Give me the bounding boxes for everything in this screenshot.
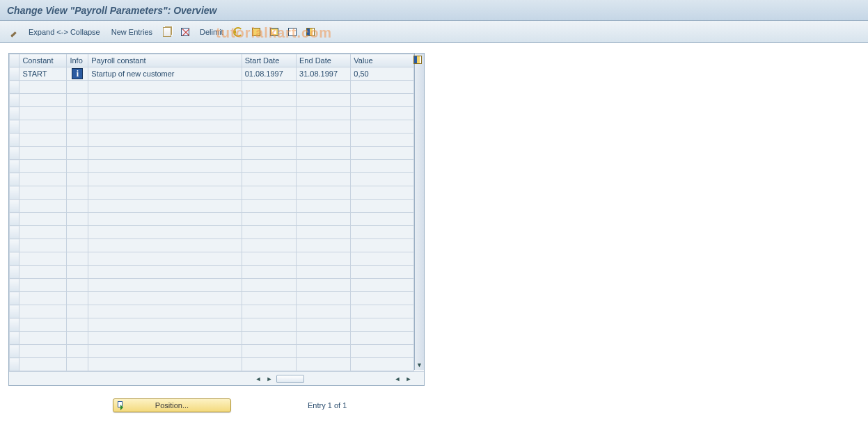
cell-start-date[interactable] <box>242 200 296 213</box>
cell-end-date[interactable] <box>297 173 351 186</box>
expand-collapse-button[interactable]: Expand <-> Collapse <box>24 24 105 40</box>
cell-info[interactable] <box>67 81 88 94</box>
cell-start-date[interactable] <box>242 305 296 318</box>
cell-value[interactable] <box>351 358 414 371</box>
row-selector[interactable] <box>10 358 19 371</box>
cell-end-date[interactable] <box>297 134 351 147</box>
cell-start-date[interactable] <box>242 239 296 252</box>
col-header-end-date[interactable]: End Date <box>297 54 351 67</box>
cell-constant[interactable] <box>19 134 67 147</box>
row-selector[interactable] <box>10 239 19 252</box>
cell-info[interactable] <box>67 94 88 107</box>
cell-start-date[interactable] <box>242 266 296 279</box>
cell-start-date[interactable]: 01.08.1997 <box>242 67 296 81</box>
cell-value[interactable] <box>351 279 414 292</box>
cell-payroll-constant[interactable] <box>88 252 242 266</box>
cell-constant[interactable] <box>19 279 67 292</box>
cell-payroll-constant[interactable]: Startup of new customer <box>88 67 242 81</box>
row-selector[interactable] <box>10 134 19 147</box>
cell-start-date[interactable] <box>242 252 296 266</box>
cell-end-date[interactable] <box>297 186 351 200</box>
cell-value[interactable] <box>351 213 414 226</box>
cell-start-date[interactable] <box>242 173 296 186</box>
cell-payroll-constant[interactable] <box>88 318 242 332</box>
cell-info[interactable] <box>67 186 88 200</box>
row-selector[interactable] <box>10 67 19 81</box>
cell-payroll-constant[interactable] <box>88 305 242 318</box>
cell-end-date[interactable] <box>297 160 351 173</box>
cell-value[interactable] <box>351 292 414 305</box>
cell-end-date[interactable] <box>297 120 351 134</box>
deselect-all-icon[interactable] <box>284 24 301 40</box>
table-settings-icon[interactable] <box>412 54 423 65</box>
cell-info[interactable] <box>67 120 88 134</box>
cell-end-date[interactable] <box>297 226 351 239</box>
cell-constant[interactable] <box>19 94 67 107</box>
cell-value[interactable] <box>351 186 414 200</box>
row-selector[interactable] <box>10 107 19 120</box>
cell-value[interactable] <box>351 200 414 213</box>
cell-end-date[interactable] <box>297 200 351 213</box>
hscroll-left-icon-2[interactable]: ◄ <box>392 373 403 385</box>
row-selector[interactable] <box>10 186 19 200</box>
cell-constant[interactable] <box>19 358 67 371</box>
cell-constant[interactable]: START <box>19 67 67 81</box>
cell-start-date[interactable] <box>242 107 296 120</box>
cell-constant[interactable] <box>19 226 67 239</box>
cell-start-date[interactable] <box>242 318 296 332</box>
cell-end-date[interactable] <box>297 147 351 160</box>
cell-info[interactable] <box>67 292 88 305</box>
cell-start-date[interactable] <box>242 147 296 160</box>
cell-start-date[interactable] <box>242 186 296 200</box>
cell-end-date[interactable] <box>297 213 351 226</box>
delimit-button[interactable]: Delimit <box>195 24 228 40</box>
cell-start-date[interactable] <box>242 226 296 239</box>
cell-end-date[interactable] <box>297 94 351 107</box>
cell-end-date[interactable] <box>297 292 351 305</box>
cell-constant[interactable] <box>19 239 67 252</box>
cell-start-date[interactable] <box>242 213 296 226</box>
cell-info[interactable]: i <box>67 67 88 81</box>
cell-end-date[interactable] <box>297 266 351 279</box>
position-button[interactable]: Position... <box>113 398 231 412</box>
copy-as-icon[interactable] <box>159 24 175 40</box>
cell-end-date[interactable]: 31.08.1997 <box>297 67 351 81</box>
cell-info[interactable] <box>67 239 88 252</box>
cell-payroll-constant[interactable] <box>88 120 242 134</box>
cell-payroll-constant[interactable] <box>88 332 242 345</box>
cell-payroll-constant[interactable] <box>88 186 242 200</box>
cell-start-date[interactable] <box>242 358 296 371</box>
cell-info[interactable] <box>67 358 88 371</box>
cell-info[interactable] <box>67 266 88 279</box>
cell-value[interactable] <box>351 252 414 266</box>
cell-info[interactable] <box>67 147 88 160</box>
cell-start-date[interactable] <box>242 279 296 292</box>
cell-info[interactable] <box>67 134 88 147</box>
cell-value[interactable] <box>351 305 414 318</box>
configure-columns-icon[interactable] <box>302 24 319 40</box>
row-selector[interactable] <box>10 213 19 226</box>
hscroll-right-icon-2[interactable]: ► <box>403 373 414 385</box>
cell-start-date[interactable] <box>242 134 296 147</box>
cell-start-date[interactable] <box>242 81 296 94</box>
cell-value[interactable] <box>351 134 414 147</box>
info-icon[interactable]: i <box>72 68 83 79</box>
cell-constant[interactable] <box>19 107 67 120</box>
col-header-payroll-constant[interactable]: Payroll constant <box>88 54 242 67</box>
cell-payroll-constant[interactable] <box>88 107 242 120</box>
cell-payroll-constant[interactable] <box>88 160 242 173</box>
cell-end-date[interactable] <box>297 305 351 318</box>
cell-value[interactable] <box>351 160 414 173</box>
cell-payroll-constant[interactable] <box>88 200 242 213</box>
cell-payroll-constant[interactable] <box>88 213 242 226</box>
cell-payroll-constant[interactable] <box>88 226 242 239</box>
hscroll-right-icon[interactable]: ► <box>264 373 275 385</box>
col-header-start-date[interactable]: Start Date <box>242 54 296 67</box>
scroll-track[interactable] <box>415 63 424 360</box>
cell-payroll-constant[interactable] <box>88 266 242 279</box>
hscroll-left-icon[interactable]: ◄ <box>253 373 264 385</box>
cell-constant[interactable] <box>19 345 67 358</box>
cell-info[interactable] <box>67 318 88 332</box>
cell-start-date[interactable] <box>242 332 296 345</box>
select-all-icon[interactable] <box>248 24 265 40</box>
